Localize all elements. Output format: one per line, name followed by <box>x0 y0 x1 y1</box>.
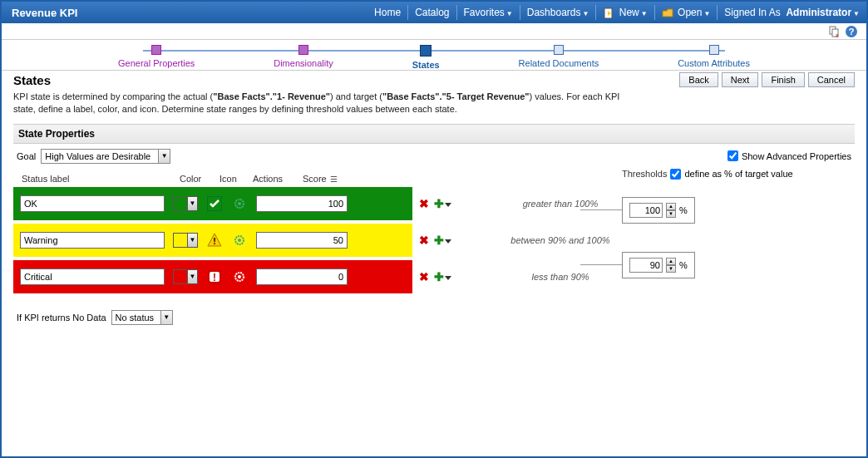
col-score: Score☰ <box>303 174 402 184</box>
nav-home[interactable]: Home <box>367 5 407 20</box>
chevron-down-icon[interactable]: ▼ <box>188 269 198 284</box>
score-input[interactable] <box>256 232 348 249</box>
score-input[interactable] <box>256 268 348 285</box>
chevron-down-icon[interactable]: ▼ <box>188 196 198 211</box>
swatch-red-icon <box>173 269 188 284</box>
chevron-down-icon[interactable]: ▼ <box>158 150 170 163</box>
states-grid: Status label Color Icon Actions Score☰ ▼… <box>13 169 855 302</box>
status-label-input[interactable] <box>20 232 165 249</box>
threshold-box-2: ▲▼ % <box>622 252 695 278</box>
app-title: Revenue KPI <box>2 7 87 19</box>
content-area: States Back Next Finish Cancel KPI state… <box>2 70 866 456</box>
folder-open-icon <box>662 7 673 19</box>
add-row-icon[interactable]: ✚ <box>434 197 444 210</box>
add-row-icon[interactable]: ✚ <box>434 270 444 283</box>
spin-up-icon[interactable]: ▲ <box>666 258 676 265</box>
actions-gear-icon[interactable] <box>231 195 248 212</box>
state-row-warning: ▼ ! ✖ ✚ between 90% and 100% <box>13 224 855 257</box>
status-label-input[interactable] <box>20 195 165 212</box>
status-critical-icon[interactable]: ! <box>206 268 223 285</box>
status-warning-icon[interactable]: ! <box>206 232 223 249</box>
no-data-value[interactable] <box>112 313 160 323</box>
color-picker[interactable]: ▼ <box>173 233 198 248</box>
cancel-button[interactable]: Cancel <box>808 72 855 87</box>
page-title: States <box>13 73 51 87</box>
nav-signed-in[interactable]: Signed In As Administrator▼ <box>717 5 866 20</box>
condition-text: greater than 100% <box>494 199 627 209</box>
delete-row-icon[interactable]: ✖ <box>419 234 429 247</box>
threshold-box-1: ▲▼ % <box>622 197 695 224</box>
define-as-pct-checkbox[interactable] <box>670 169 681 180</box>
goal-dropdown[interactable]: ▼ <box>41 149 170 164</box>
col-status: Status label <box>22 174 180 184</box>
threshold-input-2[interactable] <box>629 258 663 273</box>
chevron-down-icon: ▼ <box>641 10 648 17</box>
status-ok-icon[interactable] <box>206 195 223 212</box>
thresholds-area: Thresholds define as % of target value ▲… <box>622 169 821 180</box>
thresholds-label: Thresholds <box>622 169 667 179</box>
next-button[interactable]: Next <box>722 72 759 87</box>
chevron-down-icon: ▼ <box>506 10 513 17</box>
color-picker[interactable]: ▼ <box>173 196 198 211</box>
nav-catalog[interactable]: Catalog <box>407 5 456 20</box>
top-header: Revenue KPI Home Catalog Favorites▼ Dash… <box>2 2 866 23</box>
step-related[interactable]: Related Documents <box>519 45 599 70</box>
nav-dashboards[interactable]: Dashboards▼ <box>520 5 596 20</box>
step-states[interactable]: States <box>412 45 440 70</box>
help-icon[interactable]: ? <box>845 25 858 38</box>
nav-new[interactable]: New▼ <box>595 5 653 20</box>
show-advanced-label: Show Advanced Properties <box>742 151 851 161</box>
state-properties-header: State Properties <box>13 124 855 144</box>
svg-text:!: ! <box>213 272 216 283</box>
svg-text:!: ! <box>213 236 216 246</box>
swatch-green-icon <box>173 196 188 211</box>
show-advanced-checkbox[interactable] <box>727 150 738 161</box>
delete-row-icon[interactable]: ✖ <box>419 197 429 210</box>
goal-label: Goal <box>17 151 36 161</box>
top-nav: Home Catalog Favorites▼ Dashboards▼ New▼… <box>367 5 866 20</box>
score-input[interactable] <box>256 195 348 212</box>
no-data-dropdown[interactable]: ▼ <box>111 310 173 325</box>
actions-gear-icon[interactable] <box>231 268 248 285</box>
add-row-icon[interactable]: ✚ <box>434 234 444 247</box>
new-doc-icon <box>603 7 614 19</box>
spin-down-icon[interactable]: ▼ <box>666 265 676 273</box>
step-dimensionality[interactable]: Dimensionality <box>274 45 333 70</box>
score-settings-icon[interactable]: ☰ <box>330 175 338 184</box>
finish-button[interactable]: Finish <box>762 72 804 87</box>
condition-text: less than 90% <box>494 272 627 282</box>
no-data-label: If KPI returns No Data <box>17 313 106 323</box>
delete-row-icon[interactable]: ✖ <box>419 270 429 283</box>
svg-text:?: ? <box>849 27 855 37</box>
step-general[interactable]: General Properties <box>118 45 195 70</box>
chevron-down-icon: ▼ <box>703 10 710 17</box>
back-button[interactable]: Back <box>679 72 718 87</box>
catalog-tool-icon[interactable]: x <box>828 25 841 38</box>
color-picker[interactable]: ▼ <box>173 269 198 284</box>
svg-point-9 <box>238 202 241 205</box>
goal-value[interactable] <box>42 151 158 161</box>
svg-point-13 <box>238 239 241 242</box>
step-custom[interactable]: Custom Attributes <box>678 45 750 70</box>
swatch-yellow-icon <box>173 233 188 248</box>
page-description: KPI state is determined by comparing the… <box>13 89 629 124</box>
nav-favorites[interactable]: Favorites▼ <box>456 5 520 20</box>
status-label-input[interactable] <box>20 268 165 285</box>
condition-text: between 90% and 100% <box>494 235 627 245</box>
svg-point-17 <box>238 275 241 278</box>
col-color: Color <box>180 174 219 184</box>
spin-up-icon[interactable]: ▲ <box>666 203 676 210</box>
actions-gear-icon[interactable] <box>231 232 248 249</box>
wizard-stepnav: General Properties Dimensionality States… <box>2 40 866 70</box>
spin-down-icon[interactable]: ▼ <box>666 210 676 218</box>
chevron-down-icon[interactable]: ▼ <box>160 311 172 324</box>
state-row-critical: ▼ ! ✖ ✚ less than 90% <box>13 260 855 293</box>
col-actions: Actions <box>253 174 303 184</box>
connector-line <box>580 264 622 265</box>
toolbar-row: x ? <box>2 23 866 40</box>
chevron-down-icon[interactable]: ▼ <box>188 233 198 248</box>
svg-text:x: x <box>836 32 839 38</box>
threshold-input-1[interactable] <box>629 203 663 218</box>
nav-open[interactable]: Open▼ <box>654 5 718 20</box>
connector-line <box>580 209 622 210</box>
